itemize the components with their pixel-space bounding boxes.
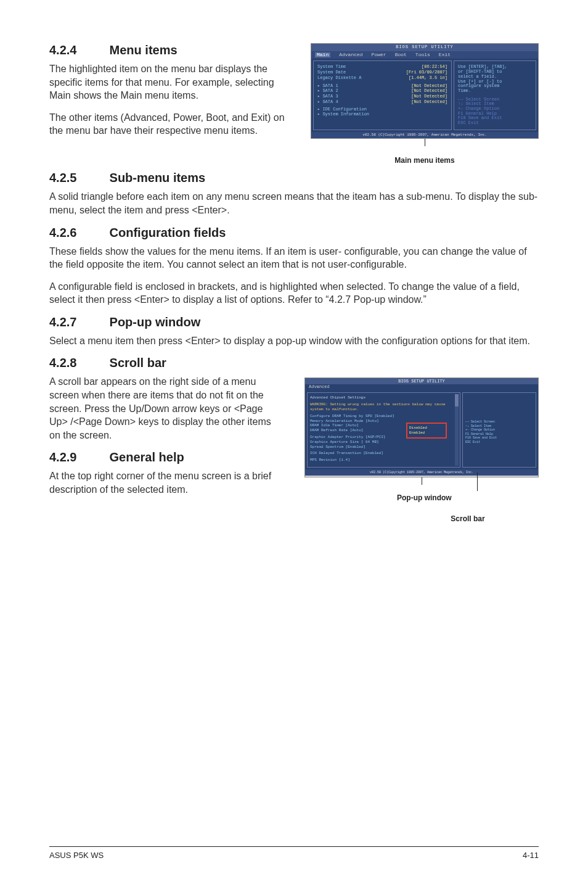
heading-428: 4.2.8 Scroll bar (49, 356, 539, 370)
para-426-2: A configurable field is enclosed in brac… (49, 280, 539, 307)
page-footer: ASUS P5K WS 4-11 (49, 846, 539, 860)
bios2-footer: v02.58 (C)Copyright 1985-2007, American … (305, 469, 538, 476)
heading-428-num: 4.2.8 (49, 356, 106, 370)
popup-option-disabled: Disabled (409, 426, 444, 431)
heading-429-title: General help (110, 450, 184, 464)
bios-row-date-label: System Date (317, 70, 346, 75)
heading-425-title: Sub-menu items (110, 171, 206, 184)
bios2-line-6: Graphics Aperture Size [ 64 MB] (310, 440, 457, 445)
heading-428-title: Scroll bar (110, 356, 166, 369)
caption-popup: Pop-up window (397, 493, 539, 502)
bios-row-sata3-label: ▸ SATA 3 (317, 94, 338, 99)
heading-424: 4.2.4 Menu items (49, 43, 292, 57)
bios-popup-screenshot: BIOS SETUP UTILITY Advanced Advanced Chi… (304, 377, 539, 477)
caption-scroll: Scroll bar (451, 514, 484, 523)
heading-424-num: 4.2.4 (49, 43, 106, 57)
bios-help-panel: Use [ENTER], [TAB], or [SHIFT-TAB] to se… (454, 60, 536, 130)
bios2-main-panel: Advanced Chipset Settings WARNING: Setti… (307, 392, 460, 468)
bios-row-sysinfo: ▸ System Information (317, 112, 447, 117)
footer-right: 4-11 (523, 851, 539, 860)
bios2-line-8: ICH Delayed Transaction [Enabled] (310, 451, 457, 456)
bios-row-date-value: [Fri 03/09/2007] (406, 70, 447, 75)
page: 4.2.4 Menu items The highlighted item on… (0, 0, 588, 887)
caption-main-menu: Main menu items (311, 156, 539, 165)
bios-menu-bar: Main Advanced Power Boot Tools Exit (311, 51, 538, 59)
heading-425: 4.2.5 Sub-menu items (49, 171, 539, 185)
para-424-2: The other items (Advanced, Power, Boot, … (49, 111, 292, 138)
footer-left: ASUS P5K WS (49, 851, 104, 860)
bios2-help-panel: ←→ Select Screen ↑↓ Select Item +- Chang… (462, 392, 536, 468)
annotation-line-popup-icon (422, 477, 422, 485)
popup-option-enabled: Enabled (409, 431, 444, 435)
bios-row-sata1-label: ▸ SATA 1 (317, 84, 338, 89)
bios2-title: BIOS SETUP UTILITY (305, 378, 538, 384)
heading-426: 4.2.6 Configuration fields (49, 226, 539, 240)
bios2-heading: Advanced Chipset Settings (310, 395, 457, 400)
annotation-line-scroll-icon (477, 472, 478, 491)
scrollbar-thumb-icon (455, 394, 459, 406)
bios2-line-1: Configure DRAM Timing by SPD [Enabled] (310, 414, 457, 419)
bios-row-legacy-value: [1.44M, 3.5 in] (409, 76, 447, 81)
bios-main-screenshot: BIOS SETUP UTILITY Main Advanced Power B… (311, 43, 539, 139)
heading-427-num: 4.2.7 (49, 315, 106, 329)
bios-row-time-label: System Time (317, 65, 346, 70)
bios-row-sata2-value: [Not Detected] (411, 89, 447, 94)
heading-429: 4.2.9 General help (49, 450, 284, 464)
bios-menu-advanced: Advanced (339, 52, 362, 58)
bios2-line-9: MPS Revision [1.4] (310, 458, 457, 463)
heading-429-num: 4.2.9 (49, 450, 106, 464)
bios-menu-exit: Exit (439, 52, 451, 58)
para-429-1: At the top right corner of the menu scre… (49, 469, 284, 496)
bios-help-l7: Time. (458, 89, 532, 94)
heading-427-title: Pop-up window (110, 315, 201, 329)
para-424-1: The highlighted item on the menu bar dis… (49, 62, 292, 102)
heading-426-num: 4.2.6 (49, 226, 106, 240)
bios-footer: v02.58 (C)Copyright 1985-2007, American … (311, 132, 538, 139)
bios-main-panel: System Time[06:22:54] System Date[Fri 03… (313, 60, 452, 130)
heading-424-title: Menu items (110, 43, 178, 57)
bios-row-sata2-label: ▸ SATA 2 (317, 89, 338, 94)
annotation-line-icon (425, 139, 425, 146)
bios-row-sata1-value: [Not Detected] (411, 84, 447, 89)
para-425-1: A solid triangle before each item on any… (49, 190, 539, 217)
bios-key-6: ESC Exit (458, 121, 532, 126)
bios2-key-6: ESC Exit (465, 440, 533, 445)
popup-window: Disabled Enabled (406, 423, 447, 439)
bios-row-sata4-value: [Not Detected] (411, 100, 447, 105)
heading-426-title: Configuration fields (110, 226, 226, 239)
bios-row-sata4-label: ▸ SATA 4 (317, 100, 338, 105)
para-428-1: A scroll bar appears on the right side o… (49, 375, 284, 442)
bios-menu-power: Power (372, 52, 386, 58)
heading-425-num: 4.2.5 (49, 171, 106, 185)
bios-row-time-value: [06:22:54] (422, 65, 447, 70)
bios2-warning: WARNING: Setting wrong values in the sec… (310, 402, 457, 412)
bios2-menu-advanced: Advanced (305, 384, 538, 390)
bios-row-legacy-label: Legacy Diskette A (317, 76, 361, 81)
bios-title: BIOS SETUP UTILITY (311, 44, 538, 51)
para-426-1: These fields show the values for the men… (49, 245, 539, 271)
scrollbar-icon (455, 394, 459, 466)
bios2-line-7: Spread Spectrum [Enabled] (310, 445, 457, 450)
bios-menu-tools: Tools (415, 52, 430, 58)
bios-row-sata3-value: [Not Detected] (411, 94, 447, 99)
para-427-1: Select a menu item then press <Enter> to… (49, 334, 539, 348)
bios-menu-main: Main (315, 52, 330, 58)
bios-menu-boot: Boot (395, 52, 407, 58)
heading-427: 4.2.7 Pop-up window (49, 315, 539, 329)
